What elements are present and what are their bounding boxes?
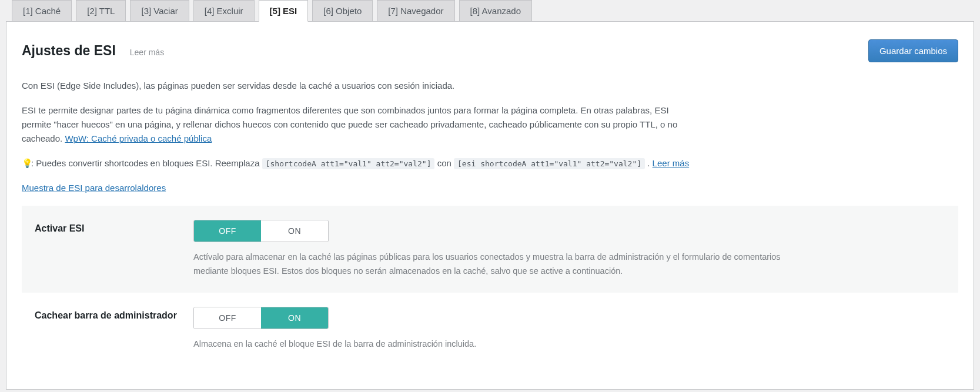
setting-row-cache-admin: Cachear barra de administrador OFF ON Al…	[22, 293, 958, 366]
setting-desc-enable-esi: Actívalo para almacenar en la caché las …	[193, 250, 793, 279]
intro-p3-text-a: : Puedes convertir shortcodes en bloques…	[31, 158, 262, 168]
code-sample-2: [esi shortcodeA att1="val1" att2="val2"]	[454, 158, 645, 169]
setting-row-enable-esi: Activar ESI OFF ON Actívalo para almacen…	[22, 206, 958, 293]
learn-more-header[interactable]: Leer más	[130, 48, 164, 57]
settings-panel: Ajustes de ESI Leer más Guardar cambios …	[6, 21, 974, 390]
tab-object[interactable]: [6] Objeto	[312, 0, 373, 22]
toggle-cache-admin: OFF ON	[193, 307, 329, 329]
tab-exclude[interactable]: [4] Excluir	[193, 0, 255, 22]
tab-purge[interactable]: [3] Vaciar	[130, 0, 189, 22]
toggle-enable-esi: OFF ON	[193, 220, 329, 242]
setting-label-enable-esi: Activar ESI	[35, 220, 182, 235]
toggle-enable-esi-off[interactable]: OFF	[194, 220, 261, 242]
toggle-cache-admin-on[interactable]: ON	[261, 307, 328, 329]
wpw-link[interactable]: WpW: Caché privada o caché pública	[65, 133, 212, 143]
page-title: Ajustes de ESI	[22, 43, 116, 59]
setting-label-cache-admin: Cachear barra de administrador	[35, 307, 182, 322]
code-sample-1: [shortcodeA att1="val1" att2="val2"]	[262, 158, 435, 169]
save-button[interactable]: Guardar cambios	[868, 39, 958, 62]
tab-browser[interactable]: [7] Navegador	[377, 0, 454, 22]
intro-p3-text-c: .	[647, 158, 652, 168]
setting-desc-cache-admin: Almacena en la caché el bloque ESI de la…	[193, 337, 793, 351]
tab-cache[interactable]: [1] Caché	[12, 0, 72, 22]
lightbulb-icon: 💡	[22, 156, 31, 170]
tabs-bar: [1] Caché [2] TTL [3] Vaciar [4] Excluir…	[6, 0, 974, 22]
tab-advanced[interactable]: [8] Avanzado	[459, 0, 532, 22]
tab-esi[interactable]: [5] ESI	[259, 0, 309, 22]
toggle-cache-admin-off[interactable]: OFF	[194, 307, 261, 329]
learn-more-link[interactable]: Leer más	[653, 158, 690, 168]
intro-p3: 💡: Puedes convertir shortcodes en bloque…	[22, 156, 698, 170]
esi-sample-link[interactable]: Muestra de ESI para desarrolaldores	[22, 183, 166, 193]
intro-p1: Con ESI (Edge Side Includes), las página…	[22, 79, 698, 93]
intro-p3-text-b: con	[437, 158, 454, 168]
intro-p2: ESI te permite designar partes de tu pág…	[22, 103, 698, 146]
toggle-enable-esi-on[interactable]: ON	[261, 220, 328, 242]
tab-ttl[interactable]: [2] TTL	[76, 0, 126, 22]
